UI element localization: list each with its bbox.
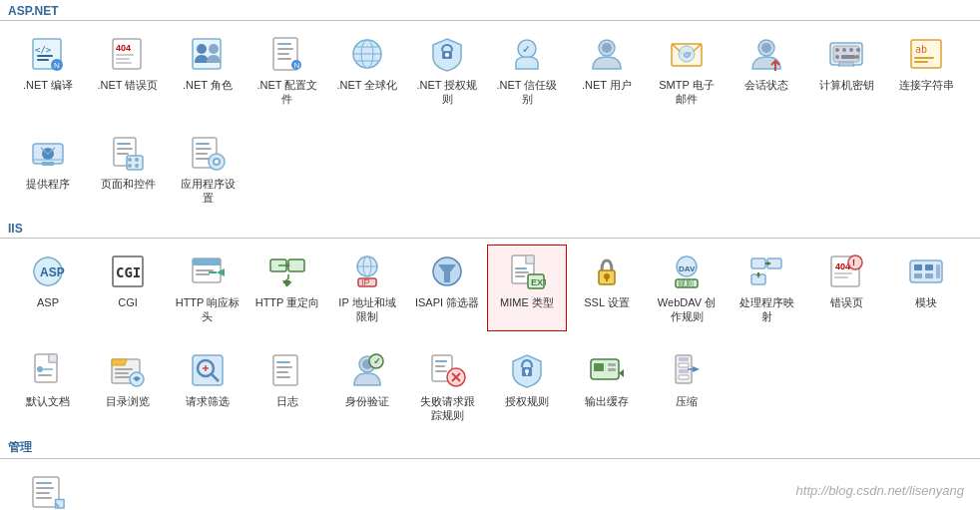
isapi-filter-icon [427, 252, 467, 291]
svg-rect-166 [608, 368, 616, 371]
svg-rect-128 [49, 354, 57, 362]
section-aspnet-label: ASP.NET [0, 0, 980, 21]
connstring-icon: ab [906, 34, 946, 74]
asp-label: ASP [37, 295, 59, 309]
item-auth[interactable]: ✓ 身份验证 [327, 343, 407, 430]
dotnet-auth-icon [427, 34, 467, 74]
svg-rect-117 [834, 276, 848, 278]
item-compress[interactable]: 压缩 [647, 343, 727, 430]
item-log[interactable]: 日志 [247, 343, 327, 430]
http-response-label: HTTP 响应标头 [176, 295, 241, 324]
svg-rect-99 [515, 275, 525, 277]
item-mime[interactable]: EXT MIME 类型 [487, 245, 567, 331]
default-doc-label: 默认文档 [26, 394, 70, 408]
http-redirect-icon [267, 252, 307, 291]
svg-point-61 [128, 158, 132, 162]
http-response-icon [188, 252, 228, 291]
svg-rect-147 [276, 371, 288, 373]
svg-point-72 [215, 160, 219, 164]
item-session[interactable]: 会话状态 [727, 27, 806, 114]
item-ip-domain[interactable]: IP IP 地址和域限制 [327, 245, 407, 331]
svg-rect-80 [196, 269, 214, 271]
svg-rect-45 [841, 55, 855, 59]
svg-rect-165 [608, 363, 616, 366]
cgi-icon: CGI [108, 252, 148, 291]
appsettings-label: 应用程序设置 [181, 177, 236, 206]
session-icon [746, 34, 786, 74]
item-dotnet-auth[interactable]: .NET 授权规则 [407, 27, 487, 114]
dotnet-compile-icon: </> N [28, 34, 68, 74]
svg-point-44 [835, 55, 839, 59]
item-handler[interactable]: 处理程序映射 [727, 245, 806, 331]
item-dotnet-global[interactable]: .NET 全球化 [327, 27, 407, 114]
item-asp[interactable]: ASP ASP [8, 245, 88, 331]
log-icon [267, 350, 307, 390]
item-dir-browse[interactable]: 目录浏览 [88, 343, 168, 430]
item-http-response[interactable]: HTTP 响应标头 [168, 245, 247, 331]
svg-rect-154 [435, 360, 447, 362]
svg-point-118 [848, 255, 862, 269]
machinekey-label: 计算机密钥 [819, 78, 874, 92]
svg-rect-176 [36, 492, 50, 494]
item-error-page[interactable]: 404 ! 错误页 [806, 245, 886, 331]
item-dotnet-role[interactable]: .NET 角色 [168, 27, 247, 114]
svg-rect-169 [679, 363, 689, 367]
svg-text:规则: 规则 [678, 279, 694, 288]
svg-text:ASP: ASP [40, 265, 65, 279]
item-connstring[interactable]: ab 连接字符串 [886, 27, 966, 114]
item-default-doc[interactable]: 默认文档 [8, 343, 88, 430]
dotnet-role-label: .NET 角色 [183, 78, 233, 92]
module-icon [906, 252, 946, 291]
pagecontrol-icon [108, 133, 148, 173]
svg-point-27 [445, 53, 449, 57]
asp-icon: ASP [28, 252, 68, 291]
log-label: 日志 [276, 394, 298, 408]
ssl-icon [587, 252, 627, 291]
item-dotnet-error[interactable]: 404 .NET 错误页 [88, 27, 168, 114]
item-module[interactable]: 模块 [886, 245, 966, 331]
compress-label: 压缩 [676, 394, 698, 408]
dir-browse-label: 目录浏览 [106, 394, 150, 408]
section-iis-label: IIS [0, 218, 980, 239]
svg-rect-67 [196, 148, 212, 150]
item-failed-req[interactable]: 失败请求跟踪规则 [407, 343, 487, 430]
svg-rect-18 [277, 58, 291, 60]
svg-point-62 [135, 158, 139, 162]
item-pagecontrol[interactable]: 页面和控件 [88, 126, 168, 213]
ip-domain-icon: IP [347, 252, 387, 291]
item-smtp[interactable]: @ SMTP 电子邮件 [647, 27, 727, 114]
aspnet-grid-row1: </> N .NET 编译 404 .NET 错误页 [0, 21, 980, 120]
config-editor-icon [28, 472, 68, 510]
item-request-filter[interactable]: 请求筛选 [168, 343, 247, 430]
svg-rect-164 [594, 363, 604, 371]
svg-text:N: N [54, 61, 60, 70]
handler-icon [746, 252, 786, 291]
item-dotnet-config[interactable]: N .NET 配置文件 [247, 27, 327, 114]
provider-icon [28, 133, 68, 173]
item-ssl[interactable]: SSL 设置 [567, 245, 647, 331]
item-cgi[interactable]: CGI CGI [88, 245, 168, 331]
item-dotnet-trust[interactable]: ✓ .NET 信任级别 [487, 27, 567, 114]
item-isapi-filter[interactable]: ISAPI 筛选器 [407, 245, 487, 331]
item-dotnet-user[interactable]: .NET 用户 [567, 27, 647, 114]
item-webdav[interactable]: DAV 规则 WebDAV 创作规则 [647, 245, 727, 331]
dotnet-config-icon: N [267, 34, 307, 74]
item-config-editor[interactable]: 配置编辑器 [8, 465, 88, 510]
svg-rect-51 [914, 61, 928, 63]
request-filter-icon [188, 350, 228, 390]
item-provider[interactable]: 提供程序 [8, 126, 88, 213]
item-dotnet-compile[interactable]: </> N .NET 编译 [8, 27, 88, 114]
dotnet-compile-label: .NET 编译 [23, 78, 73, 92]
item-machinekey[interactable]: 计算机密钥 [806, 27, 886, 114]
item-appsettings[interactable]: 应用程序设置 [168, 126, 247, 213]
svg-point-129 [37, 366, 43, 372]
error-page-icon: 404 ! [826, 252, 866, 291]
item-authz-rule[interactable]: 授权规则 [487, 343, 567, 430]
smtp-icon: @ [667, 34, 707, 74]
item-output-cache[interactable]: 输出缓存 [567, 343, 647, 430]
iis-grid-row2: 默认文档 目录浏览 [0, 337, 980, 436]
item-http-redirect[interactable]: HTTP 重定向 [247, 245, 327, 331]
handler-label: 处理程序映射 [739, 295, 794, 324]
machinekey-icon [826, 34, 866, 74]
svg-rect-177 [36, 497, 52, 499]
